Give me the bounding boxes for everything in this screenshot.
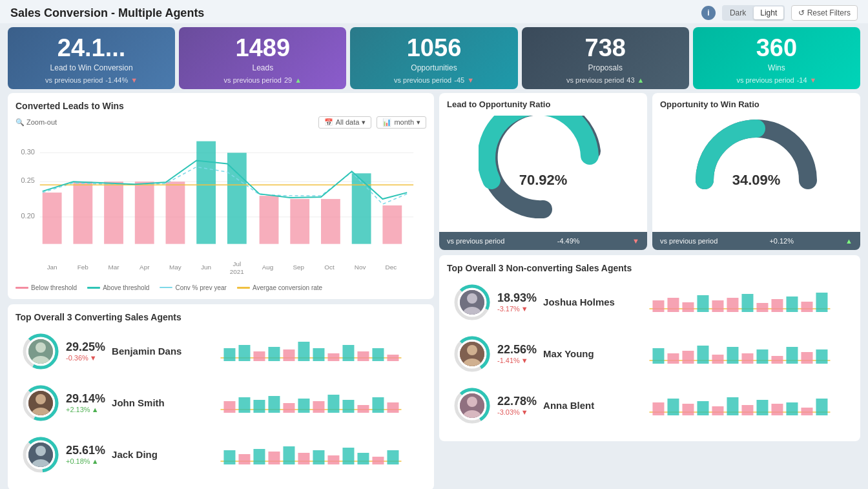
svg-rect-121 <box>787 347 798 364</box>
svg-rect-105 <box>816 293 828 312</box>
all-data-button[interactable]: 📅 All data ▾ <box>318 116 372 129</box>
svg-rect-137 <box>757 400 769 415</box>
svg-rect-84 <box>373 457 384 464</box>
bar-chart-icon: 📊 <box>382 118 391 127</box>
svg-rect-77 <box>269 452 280 464</box>
svg-rect-119 <box>757 349 769 364</box>
svg-rect-131 <box>668 399 679 415</box>
agent-pct-john: 29.14% <box>66 392 105 406</box>
donut-row: Lead to Opportunity Ratio 70.92% vs prev… <box>439 93 860 250</box>
info-button[interactable]: i <box>701 6 716 20</box>
svg-rect-45 <box>328 353 340 361</box>
svg-rect-60 <box>284 403 295 413</box>
svg-rect-12 <box>290 199 309 244</box>
down-arrow-icon-3: ▼ <box>810 76 817 84</box>
legend-prev-year: Conv % prev year <box>160 284 226 291</box>
up-arrow-donut2: ▲ <box>845 237 852 245</box>
calendar-icon: 📅 <box>324 118 333 127</box>
opp-win-footer: vs previous period +0.12% ▲ <box>652 232 860 250</box>
svg-text:70.92%: 70.92% <box>519 172 568 188</box>
kpi-row: 24.1... Lead to Win Conversion vs previo… <box>0 23 868 93</box>
agent-change-joshua: -3.17% ▼ <box>497 305 537 313</box>
svg-rect-67 <box>388 402 399 413</box>
agent-pct-max: 22.56% <box>497 343 537 357</box>
agent-avatar-john <box>22 384 59 422</box>
svg-rect-130 <box>653 402 665 415</box>
agent-avatar-benjamin <box>22 333 59 370</box>
svg-rect-100 <box>742 294 754 312</box>
kpi-proposals-label: Proposals <box>588 63 623 72</box>
agent-avatar-jack <box>22 436 59 473</box>
avg-rate-line <box>237 287 250 289</box>
avatar-img-anna <box>460 393 484 418</box>
header: Sales Conversion - Multiple Agents i Dar… <box>0 0 868 23</box>
lead-opp-donut: 70.92% <box>479 116 608 225</box>
agent-name-anna: Anna Blent <box>543 400 627 411</box>
svg-rect-98 <box>712 300 724 312</box>
avatar-img-max <box>460 342 484 366</box>
lead-opp-body: 70.92% <box>439 109 647 232</box>
svg-rect-83 <box>358 453 369 464</box>
svg-point-109 <box>467 345 477 355</box>
svg-rect-11 <box>260 196 279 244</box>
right-column: Lead to Opportunity Ratio 70.92% vs prev… <box>439 93 860 489</box>
kpi-opp-vs: vs previous period -45 ▼ <box>394 76 474 84</box>
svg-point-91 <box>467 293 477 304</box>
down-arrow-joshua: ▼ <box>521 305 528 313</box>
down-arrow-icon: ▼ <box>130 76 138 84</box>
avatar-img-john <box>28 391 53 415</box>
above-threshold-line <box>87 287 100 289</box>
kpi-leads-label: Leads <box>252 63 273 72</box>
svg-rect-47 <box>358 351 369 361</box>
agent-card-anna: 22.78% -3.03% ▼ Anna Blent <box>447 382 852 430</box>
zoom-out-button[interactable]: 🔍 Zoom-out <box>16 118 57 127</box>
mini-chart-jack <box>202 439 420 471</box>
down-arrow: ▼ <box>90 354 97 362</box>
svg-text:34.09%: 34.09% <box>732 172 781 188</box>
zoom-icon: 🔍 <box>16 118 25 127</box>
agent-card-benjamin: 29.25% -0.36% ▼ Benjamin Dans <box>16 328 426 375</box>
up-arrow-icon: ▲ <box>294 76 302 84</box>
svg-text:Oct: Oct <box>324 264 335 271</box>
svg-rect-79 <box>298 453 310 464</box>
svg-text:Jun: Jun <box>201 264 211 271</box>
svg-rect-48 <box>373 348 384 361</box>
svg-rect-102 <box>772 299 783 312</box>
svg-rect-136 <box>742 405 754 415</box>
svg-text:Apr: Apr <box>140 264 150 271</box>
header-controls: i Dark Light ↺ Reset Filters <box>701 5 858 21</box>
kpi-conversion-value: 24.1... <box>57 35 126 62</box>
agent-avatar-joshua <box>453 284 491 321</box>
line-bar-chart: 0.30 0.25 0.20 <box>16 131 426 280</box>
dark-mode-button[interactable]: Dark <box>723 6 752 19</box>
kpi-wins: 360 Wins vs previous period -14 ▼ <box>693 27 860 89</box>
svg-rect-99 <box>727 298 739 312</box>
kpi-conversion: 24.1... Lead to Win Conversion vs previo… <box>8 27 175 89</box>
svg-rect-40 <box>254 351 265 361</box>
chart-legend: Below threshold Above threshold Conv % p… <box>16 284 426 291</box>
light-mode-button[interactable]: Light <box>754 6 783 19</box>
agent-name-benjamin: Benjamin Dans <box>112 346 196 357</box>
svg-text:Aug: Aug <box>262 264 274 271</box>
month-button[interactable]: 📊 month ▾ <box>377 116 426 129</box>
agent-name-jack: Jack Ding <box>112 449 196 460</box>
nonconverting-agents-title: Top Overall 3 Non-converting Sales Agent… <box>447 263 852 273</box>
svg-rect-63 <box>328 395 340 413</box>
person-silhouette-joshua <box>460 290 484 315</box>
kpi-conversion-label: Lead to Win Conversion <box>50 63 133 72</box>
svg-point-35 <box>36 342 46 353</box>
svg-point-127 <box>467 397 477 407</box>
converting-agents-panel: Top Overall 3 Converting Sales Agents <box>8 304 434 489</box>
svg-rect-103 <box>787 297 798 312</box>
svg-rect-65 <box>358 405 369 413</box>
svg-rect-113 <box>668 353 679 364</box>
reset-filters-button[interactable]: ↺ Reset Filters <box>791 5 858 21</box>
svg-rect-38 <box>224 348 236 361</box>
agent-avatar-anna <box>453 387 491 424</box>
svg-rect-6 <box>43 192 62 244</box>
svg-rect-97 <box>698 295 709 312</box>
agent-name-max: Max Young <box>543 348 627 359</box>
left-column: Converted Leads to Wins 🔍 Zoom-out 📅 All… <box>8 93 434 489</box>
svg-rect-66 <box>373 397 384 413</box>
svg-rect-39 <box>239 345 251 361</box>
